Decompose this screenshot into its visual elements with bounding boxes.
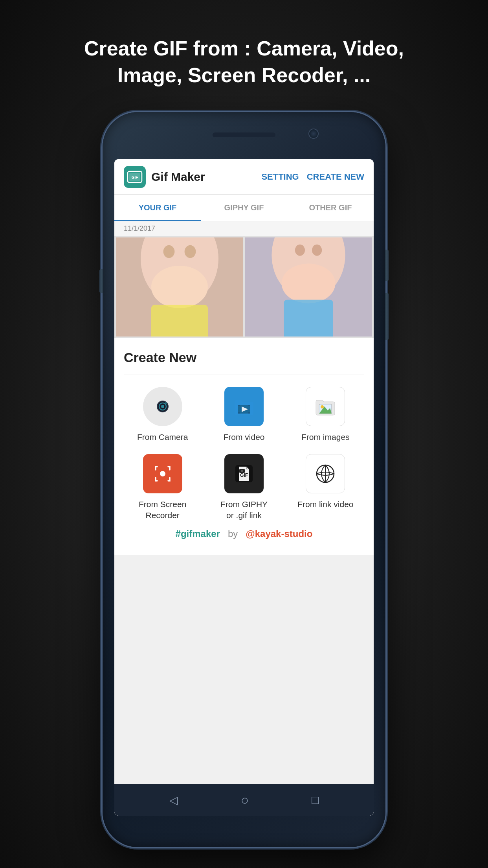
create-label-camera: From Camera [137, 432, 188, 442]
phone-shell: GIF Gif Maker SETTING CREATE NEW YOUR GI… [103, 112, 385, 847]
gif-thumb-1[interactable] [116, 237, 243, 337]
hashtag-label: #gifmaker [176, 528, 220, 539]
front-camera [308, 129, 319, 139]
app-title: Gif Maker [151, 170, 261, 184]
svg-point-5 [163, 245, 175, 258]
svg-rect-14 [284, 300, 333, 337]
giphy-icon: GIF [224, 454, 264, 493]
svg-point-12 [312, 245, 322, 256]
create-label-link: From link video [297, 499, 353, 509]
svg-rect-8 [151, 305, 208, 337]
earpiece [213, 132, 275, 137]
gif-thumb-2[interactable] [245, 237, 372, 337]
gif-grid [114, 236, 374, 338]
create-item-camera[interactable]: From Camera [124, 387, 201, 442]
create-new-button[interactable]: CREATE NEW [307, 172, 364, 182]
svg-text:GIF: GIF [240, 473, 248, 478]
gif-thumb-img-1 [116, 237, 243, 337]
svg-point-33 [241, 470, 243, 472]
side-button-right-2 [385, 293, 389, 340]
svg-rect-21 [248, 405, 250, 406]
svg-point-7 [151, 266, 208, 308]
side-button-right-1 [385, 250, 389, 281]
panel-footer: #gifmaker by @kayak-studio [124, 520, 364, 547]
images-icon [306, 387, 345, 426]
svg-point-26 [321, 405, 324, 408]
tab-your-gif[interactable]: YOUR GIF [114, 195, 201, 221]
svg-point-18 [165, 402, 167, 405]
divider [124, 375, 364, 375]
headline-text: Create GIF from : Camera, Video, Image, … [84, 37, 404, 86]
gif-thumb-img-2 [245, 237, 372, 337]
svg-rect-23 [248, 412, 250, 414]
setting-button[interactable]: SETTING [261, 172, 299, 182]
create-panel-title: Create New [124, 350, 364, 365]
create-item-link[interactable]: From link video [287, 454, 364, 520]
create-item-screen[interactable]: From Screen Recorder [124, 454, 201, 520]
tab-other-gif[interactable]: OTHER GIF [287, 195, 374, 221]
camera-icon [143, 387, 182, 426]
studio-label: @kayak-studio [246, 528, 312, 539]
create-grid: From Camera [124, 387, 364, 520]
svg-point-29 [160, 471, 165, 476]
bottom-nav: ◁ ○ □ [114, 784, 374, 816]
phone-screen: GIF Gif Maker SETTING CREATE NEW YOUR GI… [114, 159, 374, 816]
svg-point-11 [295, 245, 305, 256]
create-item-giphy[interactable]: GIF From GIPHY or .gif link [205, 454, 283, 520]
create-label-video: From video [223, 432, 264, 442]
svg-point-13 [282, 264, 336, 303]
screen-recorder-icon [143, 454, 182, 493]
svg-text:GIF: GIF [132, 175, 138, 180]
create-label-giphy: From GIPHY or .gif link [220, 499, 268, 520]
svg-rect-22 [238, 412, 240, 414]
nav-back-icon[interactable]: ◁ [169, 794, 178, 807]
nav-home-icon[interactable]: ○ [241, 793, 249, 808]
app-header: GIF Gif Maker SETTING CREATE NEW [114, 159, 374, 195]
svg-point-17 [161, 405, 164, 408]
link-video-icon [306, 454, 345, 493]
create-panel: Create New From Camera [114, 338, 374, 555]
create-label-images: From images [301, 432, 350, 442]
phone-mockup: GIF Gif Maker SETTING CREATE NEW YOUR GI… [103, 112, 385, 847]
headline: Create GIF from : Camera, Video, Image, … [53, 35, 435, 88]
date-label: 11/1/2017 [114, 221, 374, 236]
side-button-left [99, 269, 103, 293]
header-actions: SETTING CREATE NEW [261, 172, 364, 182]
create-item-video[interactable]: From video [205, 387, 283, 442]
svg-rect-20 [238, 405, 240, 406]
svg-point-6 [185, 245, 196, 258]
by-label: by [228, 528, 238, 539]
create-label-screen: From Screen Recorder [139, 499, 186, 520]
app-logo: GIF [124, 166, 146, 188]
tab-bar: YOUR GIF GIPHY GIF OTHER GIF [114, 195, 374, 221]
create-item-images[interactable]: From images [287, 387, 364, 442]
nav-recent-icon[interactable]: □ [312, 793, 319, 807]
video-icon [224, 387, 264, 426]
tab-giphy-gif[interactable]: GIPHY GIF [201, 195, 287, 221]
